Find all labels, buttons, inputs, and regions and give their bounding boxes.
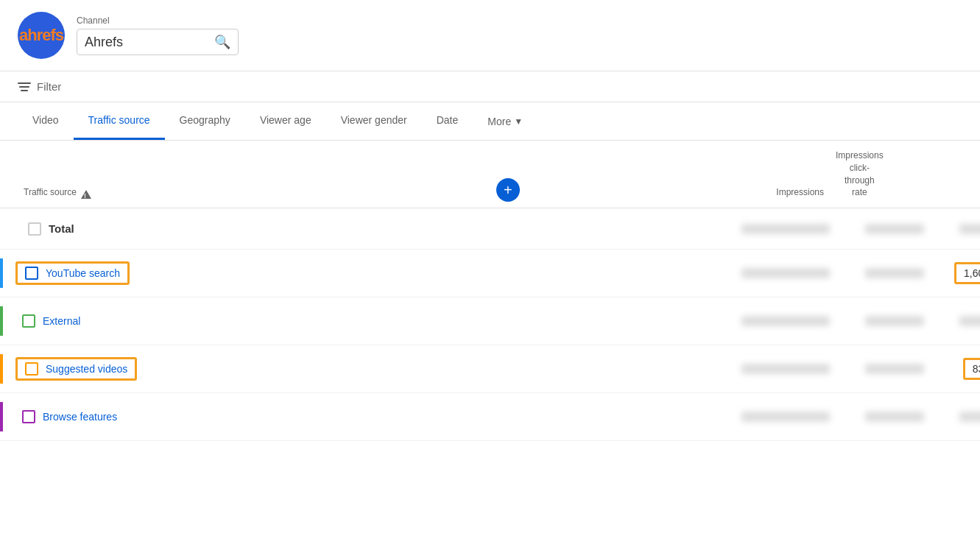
impressions-cell — [616, 259, 848, 287]
add-col-cell — [383, 220, 616, 238]
tab-viewer-age[interactable]: Viewer age — [245, 102, 326, 140]
table-header: Traffic source + Impressions Impressions… — [0, 141, 980, 208]
warning-icon — [81, 190, 91, 199]
logo-accent: a — [19, 26, 27, 44]
source-name-external[interactable]: External — [43, 315, 80, 327]
source-cell-external: External — [0, 297, 383, 345]
tab-more[interactable]: More ▼ — [473, 104, 537, 139]
channel-input[interactable] — [85, 35, 208, 50]
tab-more-label: More — [487, 116, 511, 127]
table-row: Browse features — [0, 393, 980, 441]
checkbox-external[interactable] — [22, 314, 35, 328]
add-col-cell — [383, 360, 616, 378]
row-indicator — [0, 402, 3, 431]
views-cell-suggested_videos: 831,14513.0% — [942, 350, 980, 388]
checkbox-youtube_search[interactable] — [25, 267, 38, 280]
source-name-youtube_search[interactable]: YouTube search — [46, 267, 120, 279]
tab-geography[interactable]: Geography — [165, 102, 245, 140]
tab-traffic-source[interactable]: Traffic source — [74, 102, 165, 140]
add-col-cell — [383, 408, 616, 426]
add-col-cell — [383, 312, 616, 330]
col-header-source: Traffic source — [18, 183, 401, 202]
views-cell-youtube_search: 1,604,73725.1% — [942, 254, 980, 292]
chevron-down-icon: ▼ — [514, 116, 523, 127]
tab-viewer-gender[interactable]: Viewer gender — [326, 102, 422, 140]
channel-input-wrap[interactable]: 🔍 — [77, 29, 239, 55]
row-indicator — [0, 354, 3, 384]
views-cell-external — [942, 307, 980, 335]
ctr-cell — [847, 355, 942, 383]
impressions-cell — [616, 403, 848, 431]
ctr-cell — [847, 259, 942, 287]
views-cell-browse_features — [942, 403, 980, 431]
filter-label[interactable]: Filter — [37, 80, 61, 93]
views-num-youtube_search: 1,604,737 — [964, 267, 980, 279]
tab-video[interactable]: Video — [18, 102, 74, 140]
table-row: External — [0, 297, 980, 345]
logo: ahrefs — [18, 12, 65, 59]
source-cell-browse_features: Browse features — [0, 393, 383, 440]
table-row: Total — [0, 208, 980, 250]
checkbox-browse_features[interactable] — [22, 410, 35, 423]
search-icon[interactable]: 🔍 — [214, 34, 230, 50]
add-column-area: + — [401, 178, 616, 202]
col-header-ctr: Impressionsclick-throughrate — [830, 147, 889, 202]
source-cell-total: Total — [0, 214, 383, 244]
channel-label: Channel — [77, 15, 239, 26]
logo-text: ahrefs — [19, 26, 63, 45]
source-cell-youtube_search: YouTube search — [0, 250, 383, 297]
ctr-cell — [847, 307, 942, 335]
source-name-browse_features[interactable]: Browse features — [43, 411, 117, 423]
views-num-suggested_videos: 831,145 — [973, 363, 980, 375]
table-row: Suggested videos831,14513.0% — [0, 345, 980, 393]
row-indicator — [0, 258, 3, 288]
ctr-cell — [847, 215, 942, 243]
row-indicator — [0, 306, 3, 336]
table-body: TotalYouTube search1,604,73725.1%Externa… — [0, 208, 980, 441]
header: ahrefs Channel 🔍 — [0, 0, 980, 71]
add-column-button[interactable]: + — [496, 178, 520, 202]
checkbox-total[interactable] — [28, 222, 41, 236]
source-cell-suggested_videos: Suggested videos — [0, 345, 383, 392]
col-source-label: Traffic source — [24, 186, 77, 199]
logo-main: hrefs — [27, 26, 63, 44]
filter-icon[interactable] — [18, 82, 31, 91]
views-cell-total — [942, 215, 980, 243]
tab-date[interactable]: Date — [422, 102, 473, 140]
channel-section: Channel 🔍 — [77, 15, 239, 55]
impressions-cell — [616, 355, 848, 383]
filter-bar: Filter — [0, 71, 980, 102]
source-name-total: Total — [49, 222, 74, 235]
checkbox-suggested_videos[interactable] — [25, 362, 38, 376]
impressions-cell — [616, 215, 848, 243]
col-header-views[interactable]: Views ↓ — [889, 147, 980, 202]
impressions-cell — [616, 307, 848, 335]
add-col-cell — [383, 264, 616, 282]
col-header-impressions: Impressions — [616, 183, 831, 202]
table-row: YouTube search1,604,73725.1% — [0, 250, 980, 297]
table: Traffic source + Impressions Impressions… — [0, 141, 980, 441]
source-name-suggested_videos[interactable]: Suggested videos — [46, 363, 127, 375]
ctr-cell — [847, 403, 942, 431]
tabs-bar: Video Traffic source Geography Viewer ag… — [0, 102, 980, 141]
